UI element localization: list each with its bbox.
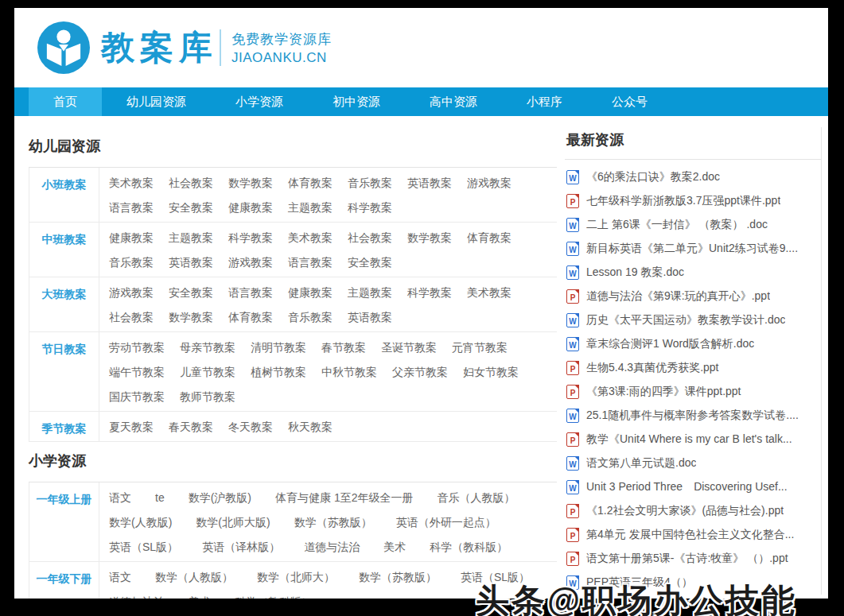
nav-item-primary[interactable]: 小学资源 xyxy=(211,87,308,116)
resource-link[interactable]: 音乐（人教版） xyxy=(437,491,515,504)
resource-link[interactable]: 语言教案 xyxy=(288,256,333,269)
resource-link[interactable]: 春天教案 xyxy=(169,420,213,433)
resource-link[interactable]: 夏天教案 xyxy=(109,420,154,433)
resource-link[interactable]: 主题教案 xyxy=(288,201,333,214)
resource-link[interactable]: 数学(人教版) xyxy=(109,516,172,529)
resource-link[interactable]: 美术 xyxy=(383,540,406,553)
latest-resource-item[interactable]: W章末综合测评1 Word版含解析.doc xyxy=(566,332,821,356)
nav-item-official-account[interactable]: 公众号 xyxy=(587,87,672,116)
resource-link[interactable]: 数学教案 xyxy=(169,311,213,323)
resource-link[interactable]: 健康教案 xyxy=(288,286,333,299)
resource-link[interactable]: 冬天教案 xyxy=(228,420,273,433)
resource-link[interactable]: 父亲节教案 xyxy=(392,366,448,378)
resource-link[interactable]: 音乐教案 xyxy=(348,176,392,189)
resource-link[interactable]: 社会教案 xyxy=(109,311,154,323)
category-label[interactable]: 一年级上册 xyxy=(29,482,99,561)
resource-link[interactable]: 美术教案 xyxy=(288,231,333,244)
category-label[interactable]: 小班教案 xyxy=(29,168,99,222)
latest-resource-item[interactable]: P七年级科学新浙教版3.7压强ppt课件.ppt xyxy=(566,189,821,213)
resource-link[interactable]: 体育教案 xyxy=(228,311,273,323)
resource-link[interactable]: 语言教案 xyxy=(228,286,273,299)
resource-link[interactable]: 数学（苏教版） xyxy=(359,571,437,583)
resource-link[interactable]: 美术 xyxy=(189,595,211,599)
category-label[interactable]: 节日教案 xyxy=(29,332,99,411)
resource-link[interactable]: 教师节教案 xyxy=(180,390,235,403)
resource-link[interactable]: 语文 xyxy=(109,491,131,504)
resource-link[interactable]: 中秋节教案 xyxy=(321,366,377,378)
latest-resource-item[interactable]: W历史《太平天国运动》教案教学设计.doc xyxy=(566,308,821,332)
latest-resource-item[interactable]: P教学《Unit4 Where is my car B let's talk..… xyxy=(566,428,821,451)
resource-link[interactable]: 健康教案 xyxy=(228,201,273,214)
latest-resource-item[interactable]: WUnit 3 Period Three Discovering Usef... xyxy=(566,475,821,499)
resource-link[interactable]: 社会教案 xyxy=(348,231,392,244)
resource-link[interactable]: 安全教案 xyxy=(169,286,213,299)
nav-item-senior[interactable]: 高中资源 xyxy=(405,87,502,116)
resource-link[interactable]: 春节教案 xyxy=(321,341,366,354)
resource-link[interactable]: 英语教案 xyxy=(348,311,392,323)
nav-item-home[interactable]: 首页 xyxy=(29,87,102,116)
latest-resource-item[interactable]: P《1.2社会文明大家谈》(品德与社会).ppt xyxy=(566,499,821,523)
resource-link[interactable]: 清明节教案 xyxy=(251,341,306,354)
resource-link[interactable]: 圣诞节教案 xyxy=(381,341,437,354)
resource-link[interactable]: 美术教案 xyxy=(109,176,154,189)
resource-link[interactable]: 英语（外研一起点） xyxy=(396,516,496,529)
resource-link[interactable]: 安全教案 xyxy=(169,201,213,214)
category-label[interactable]: 季节教案 xyxy=(29,412,99,441)
category-label[interactable]: 大班教案 xyxy=(29,277,99,331)
category-label[interactable]: 一年级下册 xyxy=(29,562,99,599)
resource-link[interactable]: 游戏教案 xyxy=(467,176,511,189)
resource-link[interactable]: 英语（译林版） xyxy=(202,540,280,553)
resource-link[interactable]: 植树节教案 xyxy=(251,366,306,378)
resource-link[interactable]: 母亲节教案 xyxy=(180,341,235,354)
resource-link[interactable]: 道德与法治 xyxy=(304,540,360,553)
resource-link[interactable]: 健康教案 xyxy=(109,231,154,244)
resource-link[interactable]: 端午节教案 xyxy=(109,366,165,378)
resource-link[interactable]: 英语（SL版） xyxy=(109,540,178,553)
latest-resource-item[interactable]: W新目标英语《第二单元》Unit2练习试卷9.... xyxy=(566,237,821,261)
latest-resource-item[interactable]: W二上 第6课《一封信》 （教案） .doc xyxy=(566,213,821,237)
resource-link[interactable]: 数学（苏教版） xyxy=(294,516,372,529)
resource-link[interactable]: 儿童节教案 xyxy=(180,366,235,378)
site-logo-reading-person-icon[interactable] xyxy=(37,21,90,74)
latest-resource-item[interactable]: W语文第八单元试题.doc xyxy=(566,451,821,475)
resource-link[interactable]: te xyxy=(155,491,165,504)
resource-link[interactable]: 安全教案 xyxy=(348,256,392,269)
resource-link[interactable]: 秋天教案 xyxy=(288,420,333,433)
latest-resource-item[interactable]: WLesson 19 教案.doc xyxy=(566,261,821,285)
resource-link[interactable]: 语言教案 xyxy=(109,201,154,214)
resource-link[interactable]: 主题教案 xyxy=(169,231,213,244)
resource-link[interactable]: 音乐教案 xyxy=(288,311,333,323)
nav-item-mini-program[interactable]: 小程序 xyxy=(502,87,587,116)
resource-link[interactable]: 主题教案 xyxy=(348,286,392,299)
resource-link[interactable]: 数学（北师大） xyxy=(257,571,335,583)
nav-item-junior[interactable]: 初中资源 xyxy=(308,87,405,116)
resource-link[interactable]: 数学(沪教版) xyxy=(189,491,251,504)
resource-link[interactable]: 数学教案 xyxy=(407,231,452,244)
resource-link[interactable]: 体育教案 xyxy=(288,176,333,189)
resource-link[interactable]: 美术教案 xyxy=(467,286,511,299)
resource-link[interactable]: 数学教案 xyxy=(228,176,273,189)
resource-link[interactable]: 音乐教案 xyxy=(109,256,154,269)
latest-resource-item[interactable]: P第4单元 发展中国特色社会主义文化整合... xyxy=(566,523,821,547)
resource-link[interactable]: 元宵节教案 xyxy=(452,341,508,354)
nav-item-kindergarten[interactable]: 幼儿园资源 xyxy=(102,87,211,116)
latest-resource-item[interactable]: P生物5.4.3真菌优秀获奖.ppt xyxy=(566,356,821,380)
category-label[interactable]: 中班教案 xyxy=(29,223,99,277)
latest-resource-item[interactable]: P《第3课:雨的四季》课件ppt.ppt xyxy=(566,380,821,404)
latest-resource-item[interactable]: W《6的乘法口诀》教案2.doc xyxy=(566,165,821,189)
latest-resource-item[interactable]: P道德与法治《第9课:玩的真开心》.ppt xyxy=(566,285,821,308)
resource-link[interactable]: 科学（教科版） xyxy=(235,595,313,599)
resource-link[interactable]: 国庆节教案 xyxy=(109,390,165,403)
resource-link[interactable]: 科学教案 xyxy=(228,231,273,244)
resource-link[interactable]: 语文 xyxy=(109,571,131,583)
latest-resource-item[interactable]: P语文第十册第5课-《古诗:牧童》 （）.ppt xyxy=(566,547,821,571)
resource-link[interactable]: 数学(北师大版) xyxy=(196,516,270,529)
resource-link[interactable]: 体育与健康 1至2年级全一册 xyxy=(275,491,413,504)
resource-link[interactable]: 科学（教科版） xyxy=(430,540,508,553)
latest-resource-item[interactable]: W25.1随机事件与概率附参考答案数学试卷.... xyxy=(566,404,821,428)
resource-link[interactable]: 道德与法治 xyxy=(109,595,165,599)
resource-link[interactable]: 妇女节教案 xyxy=(463,366,519,378)
resource-link[interactable]: 游戏教案 xyxy=(109,286,154,299)
resource-link[interactable]: 英语教案 xyxy=(169,256,213,269)
resource-link[interactable]: 社会教案 xyxy=(169,176,213,189)
